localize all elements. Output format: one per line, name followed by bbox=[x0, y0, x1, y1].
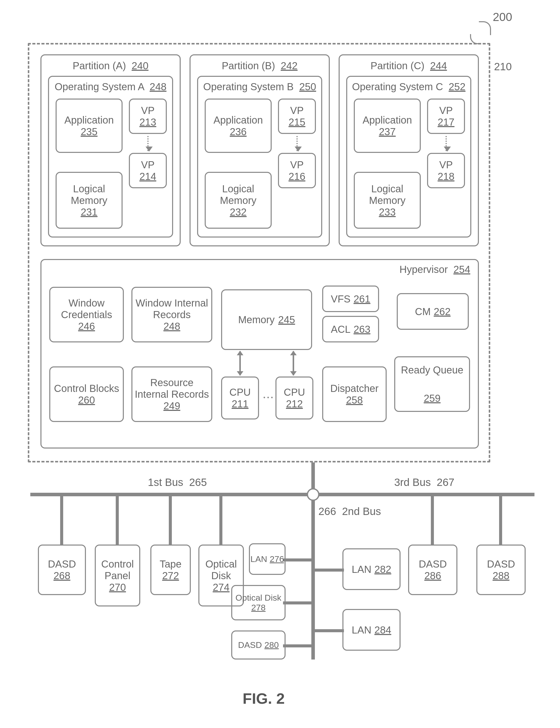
branch-276 bbox=[283, 558, 312, 561]
app-c-ref: 237 bbox=[379, 126, 396, 137]
partition-b-title: Partition (B) bbox=[222, 60, 275, 71]
rq-ref: 259 bbox=[424, 392, 441, 404]
tape272-title: Tape bbox=[160, 558, 182, 570]
rq-title: Ready Queue bbox=[401, 364, 463, 376]
partition-a-title: Partition (A) bbox=[73, 60, 126, 71]
dispatcher: Dispatcher 258 bbox=[322, 366, 387, 422]
dasd-286: DASD 286 bbox=[408, 545, 457, 595]
dasd268-title: DASD bbox=[48, 558, 76, 570]
bus-1-label: 1st Bus 265 bbox=[148, 476, 207, 488]
vp-c2-title: VP bbox=[439, 159, 453, 171]
lm-b-title: Logical Memory bbox=[206, 183, 271, 206]
vp-c2-ref: 218 bbox=[438, 171, 455, 182]
vp-c-dots bbox=[446, 136, 447, 151]
control-panel-270: Control Panel 270 bbox=[95, 545, 140, 606]
ready-queue: Ready Queue 259 bbox=[394, 356, 470, 412]
partition-c-title: Partition (C) bbox=[370, 60, 424, 71]
vp-a-dots bbox=[147, 136, 149, 151]
wir-title: Window Internal Records bbox=[132, 297, 211, 320]
rir-title: Resource Internal Records bbox=[132, 377, 211, 400]
drop-268 bbox=[60, 496, 63, 546]
dasd280-title: DASD bbox=[238, 640, 262, 650]
cp270-title: Control Panel bbox=[96, 558, 139, 581]
dasd288-title: DASD bbox=[487, 558, 515, 570]
os-b-ref: 250 bbox=[299, 81, 316, 92]
app-b-ref: 236 bbox=[230, 126, 247, 137]
app-b-title: Application bbox=[214, 114, 263, 126]
lm-c-title: Logical Memory bbox=[355, 183, 420, 206]
dasd-288: DASD 288 bbox=[476, 545, 526, 595]
lan284-ref: 284 bbox=[375, 624, 391, 636]
vp-a1: VP 213 bbox=[129, 99, 167, 134]
bus-3-h bbox=[317, 493, 534, 496]
od278-ref: 278 bbox=[251, 603, 266, 613]
partition-a-ref: 240 bbox=[132, 60, 149, 71]
vp-c1: VP 217 bbox=[427, 99, 465, 134]
vp-a1-ref: 213 bbox=[139, 116, 156, 128]
lm-a-title: Logical Memory bbox=[57, 183, 122, 206]
os-a-ref: 248 bbox=[150, 81, 167, 92]
lan282-title: LAN bbox=[352, 563, 371, 575]
app-b: Application 236 bbox=[205, 99, 272, 153]
rir-ref: 249 bbox=[164, 400, 180, 412]
lm-b: Logical Memory 232 bbox=[205, 172, 272, 229]
os-c-title: Operating System C bbox=[352, 81, 443, 92]
drop-270 bbox=[116, 496, 119, 546]
partition-c-ref: 244 bbox=[430, 60, 447, 71]
lm-a-ref: 231 bbox=[81, 206, 98, 218]
dasd268-ref: 268 bbox=[54, 570, 71, 581]
branch-278 bbox=[283, 601, 312, 604]
vp-a2-ref: 214 bbox=[139, 171, 156, 182]
ref-210: 210 bbox=[494, 61, 512, 73]
leader-200b bbox=[470, 34, 480, 44]
vp-a2-title: VP bbox=[141, 159, 154, 171]
cm-title: CM bbox=[415, 306, 431, 317]
lan276-title: LAN bbox=[250, 554, 267, 564]
cpu1-ref: 211 bbox=[232, 398, 249, 410]
bus-3-label: 3rd Bus 267 bbox=[394, 476, 454, 488]
bus-2-label: 266 2nd Bus bbox=[318, 505, 381, 518]
figure-label: FIG. 2 bbox=[243, 690, 285, 707]
os-a-title: Operating System A bbox=[55, 81, 144, 92]
acl-title: ACL bbox=[331, 323, 351, 335]
vp-c1-ref: 217 bbox=[438, 116, 455, 128]
os-c-ref: 252 bbox=[449, 81, 465, 92]
acl: ACL 263 bbox=[322, 316, 379, 342]
vfs-ref: 261 bbox=[354, 293, 370, 305]
drop-286 bbox=[431, 496, 434, 546]
cm-ref: 262 bbox=[434, 306, 451, 317]
od274-ref: 274 bbox=[213, 581, 230, 593]
drop-274 bbox=[219, 496, 222, 546]
app-a: Application 235 bbox=[56, 99, 123, 153]
lan282-ref: 282 bbox=[375, 563, 391, 575]
od274-title: Optical Disk bbox=[199, 558, 243, 581]
wc-title: Window Credentials bbox=[50, 297, 123, 320]
cm: CM 262 bbox=[397, 293, 469, 330]
diagram-root: 200 210 Partition (A) 240 Operating Syst… bbox=[10, 10, 550, 718]
control-blocks: Control Blocks 260 bbox=[49, 366, 124, 422]
cpu-ellipsis-1 bbox=[264, 397, 265, 398]
vp-a2: VP 214 bbox=[129, 153, 167, 188]
dasd286-ref: 286 bbox=[424, 570, 441, 581]
mem-title: Memory bbox=[238, 314, 274, 325]
resource-internal-records: Resource Internal Records 249 bbox=[131, 366, 212, 422]
hv-ref: 254 bbox=[453, 264, 470, 275]
bus-1-h bbox=[30, 493, 308, 496]
vp-a1-title: VP bbox=[141, 105, 154, 116]
mem-cpu2-link bbox=[293, 351, 294, 375]
vp-b1: VP 215 bbox=[278, 99, 316, 134]
dasd280-ref: 280 bbox=[264, 640, 279, 650]
disp-title: Dispatcher bbox=[330, 383, 379, 394]
cb-title: Control Blocks bbox=[54, 383, 119, 394]
vp-c1-title: VP bbox=[439, 105, 453, 116]
tape272-ref: 272 bbox=[162, 570, 179, 581]
cpu-ellipsis-2 bbox=[267, 397, 269, 398]
branch-282 bbox=[315, 569, 344, 572]
optical-disk-278: Optical Disk 278 bbox=[231, 585, 286, 620]
cb-ref: 260 bbox=[78, 394, 95, 406]
lan-276: LAN 276 bbox=[249, 543, 286, 575]
lm-c-ref: 233 bbox=[379, 206, 396, 218]
branch-284 bbox=[315, 629, 344, 632]
tape-272: Tape 272 bbox=[150, 545, 191, 595]
cpu-ellipsis-3 bbox=[271, 397, 273, 398]
